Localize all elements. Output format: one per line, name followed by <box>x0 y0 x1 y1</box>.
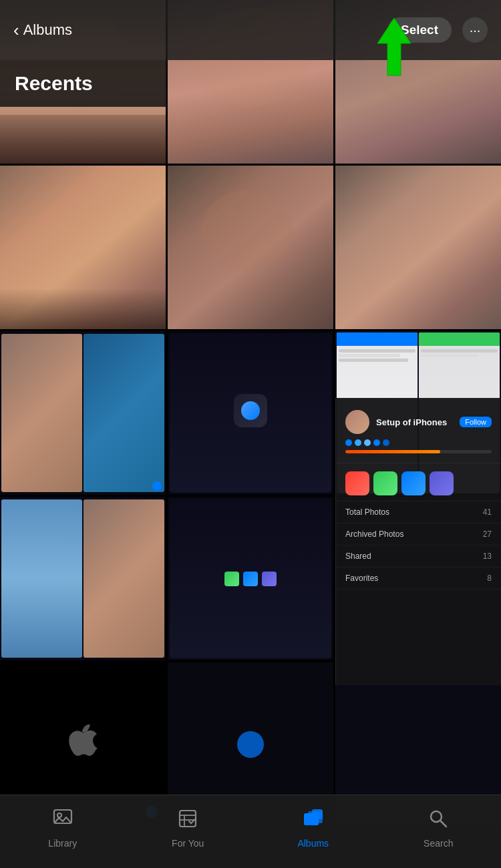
svg-line-12 <box>440 821 446 827</box>
recents-title: Recents <box>15 72 93 95</box>
app-icon-red <box>345 471 369 495</box>
photo-cell[interactable] <box>0 166 166 329</box>
arrow-icon <box>371 17 418 77</box>
panel-row: Favorites 8 <box>336 568 501 590</box>
app-icon-blue <box>401 471 426 495</box>
panel-row-value: 8 <box>487 574 492 583</box>
app-icon-green <box>373 471 397 495</box>
panel-follow-btn[interactable]: Follow <box>460 417 492 427</box>
panel-dot <box>355 439 361 446</box>
arrow-overlay <box>367 13 421 80</box>
svg-rect-10 <box>304 813 319 825</box>
photo-cell[interactable] <box>0 497 166 660</box>
photo-cell[interactable] <box>335 166 501 329</box>
side-panel: Setup of iPhones Follow Total Photos 41 … <box>335 398 501 685</box>
svg-marker-0 <box>377 18 411 75</box>
panel-app-icons <box>336 466 501 501</box>
panel-row-label: Favorites <box>345 574 378 583</box>
nav-back[interactable]: ‹ Albums <box>13 20 72 41</box>
panel-row-value: 27 <box>483 529 492 539</box>
back-label: Albums <box>23 21 72 39</box>
panel-username: Setup of iPhones <box>376 417 447 427</box>
tab-library-label: Library <box>48 838 77 849</box>
panel-dot <box>364 439 371 446</box>
back-arrow-icon: ‹ <box>13 20 19 41</box>
panel-row: Shared 13 <box>336 546 501 568</box>
panel-progress-fill <box>345 450 440 453</box>
tab-search[interactable]: Search <box>388 808 488 849</box>
photo-cell[interactable] <box>0 331 166 495</box>
tab-search-label: Search <box>424 838 453 849</box>
panel-dot <box>345 439 352 446</box>
tab-library[interactable]: Library <box>13 808 113 849</box>
photo-cell[interactable] <box>168 497 333 660</box>
tab-for-you-label: For You <box>172 838 204 849</box>
panel-row-label: Shared <box>345 552 371 561</box>
tab-albums-label: Albums <box>297 838 329 849</box>
panel-progress-bar <box>345 450 492 453</box>
svg-rect-3 <box>180 811 196 827</box>
panel-avatar <box>345 410 369 434</box>
photo-cell[interactable] <box>168 331 333 495</box>
photo-cell[interactable] <box>168 166 333 329</box>
panel-row: Archived Photos 27 <box>336 523 501 546</box>
tab-albums[interactable]: Albums <box>263 808 363 849</box>
app-icon-indigo <box>430 471 454 495</box>
tab-for-you[interactable]: For You <box>138 808 238 849</box>
panel-dot <box>373 439 380 446</box>
for-you-icon <box>177 808 198 834</box>
recents-label: Recents <box>0 60 167 107</box>
more-button[interactable]: ··· <box>462 17 488 43</box>
panel-header: Setup of iPhones Follow <box>336 405 501 463</box>
panel-dot <box>383 439 389 446</box>
panel-row-label: Total Photos <box>345 507 389 517</box>
library-icon <box>52 808 73 834</box>
svg-point-2 <box>57 813 61 817</box>
search-icon <box>428 808 449 834</box>
panel-row-label: Archived Photos <box>345 529 403 539</box>
panel-dots <box>345 439 492 446</box>
panel-row-value: 13 <box>483 552 492 561</box>
tab-bar: Library For You Albums <box>0 795 501 868</box>
panel-row-value: 41 <box>483 507 492 517</box>
blue-dot <box>152 481 162 491</box>
panel-row: Total Photos 41 <box>336 501 501 523</box>
albums-icon <box>303 808 324 834</box>
nav-bar: ‹ Albums Select ··· <box>0 0 501 60</box>
